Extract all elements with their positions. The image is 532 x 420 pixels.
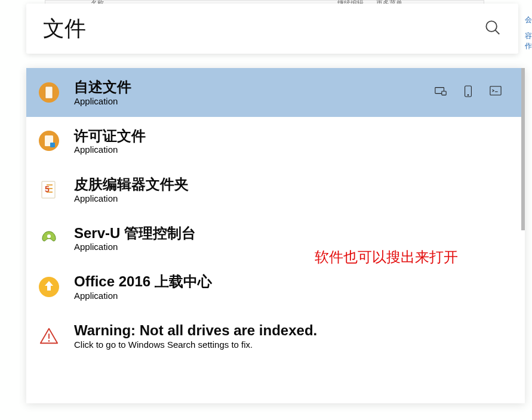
result-subtitle: Click to go to Windows Search settings t… bbox=[74, 339, 513, 350]
result-subtitle: Application bbox=[74, 242, 513, 252]
svg-rect-3 bbox=[45, 87, 53, 98]
svg-rect-11 bbox=[50, 143, 55, 147]
result-title: Office 2016 上载中心 bbox=[74, 273, 513, 290]
result-item[interactable]: Serv-U 管理控制台 Application bbox=[26, 214, 525, 263]
warning-icon bbox=[38, 325, 60, 347]
results-panel: 自述文件 Application bbox=[26, 68, 525, 403]
app-icon bbox=[38, 82, 60, 103]
search-input[interactable] bbox=[43, 16, 484, 41]
app-icon: 5 bbox=[38, 179, 60, 200]
result-item[interactable]: Warning: Not all drives are indexed. Cli… bbox=[26, 311, 525, 360]
result-title: 皮肤编辑器文件夹 bbox=[74, 176, 513, 193]
app-icon bbox=[38, 276, 60, 298]
result-subtitle: Application bbox=[74, 193, 513, 203]
svg-rect-8 bbox=[490, 87, 501, 95]
result-item[interactable]: Office 2016 上载中心 Application bbox=[26, 262, 525, 311]
search-box[interactable] bbox=[26, 4, 518, 54]
result-title: Warning: Not all drives are indexed. bbox=[74, 322, 513, 339]
result-subtitle: Application bbox=[74, 96, 420, 106]
svg-line-1 bbox=[495, 30, 499, 34]
device-icon[interactable] bbox=[463, 85, 473, 100]
result-title: 自述文件 bbox=[74, 79, 420, 95]
app-icon bbox=[38, 228, 60, 249]
console-icon[interactable] bbox=[489, 85, 502, 100]
result-title: 许可证文件 bbox=[74, 128, 513, 144]
scrollbar-thumb[interactable] bbox=[521, 68, 525, 230]
svg-point-17 bbox=[48, 340, 50, 342]
svg-point-14 bbox=[47, 234, 51, 238]
search-icon[interactable] bbox=[484, 18, 502, 39]
svg-point-7 bbox=[468, 94, 468, 95]
side-text: 会 容 作 bbox=[525, 15, 532, 51]
app-icon bbox=[38, 130, 60, 152]
result-item[interactable]: 许可证文件 Application bbox=[26, 117, 525, 166]
result-subtitle: Application bbox=[74, 144, 513, 155]
result-item[interactable]: 自述文件 Application bbox=[26, 68, 525, 117]
result-title: Serv-U 管理控制台 bbox=[74, 225, 513, 242]
result-item[interactable]: 5 皮肤编辑器文件夹 Application bbox=[26, 165, 525, 214]
svg-point-0 bbox=[486, 21, 497, 32]
svg-rect-5 bbox=[442, 91, 446, 95]
monitor-icon[interactable] bbox=[434, 85, 447, 100]
svg-text:5: 5 bbox=[45, 184, 50, 194]
result-subtitle: Application bbox=[74, 291, 513, 301]
